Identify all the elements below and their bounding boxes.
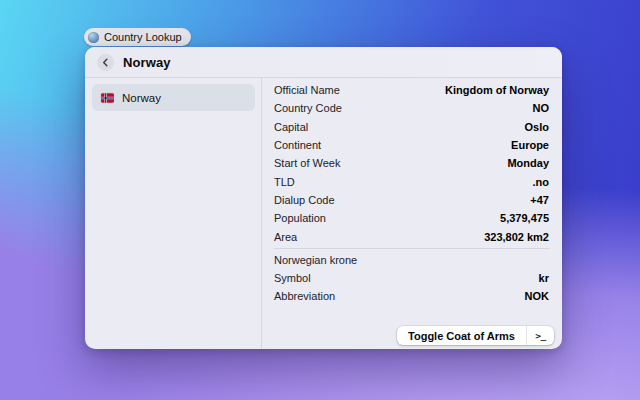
detail-row-official-name: Official Name Kingdom of Norway (274, 81, 549, 99)
row-value: 323,802 km2 (484, 231, 549, 243)
detail-row-start-of-week: Start of Week Monday (274, 154, 549, 172)
detail-row-symbol: Symbol kr (274, 269, 549, 287)
row-label: Continent (274, 139, 321, 151)
footer-button-group: Toggle Coat of Arms >_ (397, 326, 554, 345)
detail-row-country-code: Country Code NO (274, 99, 549, 117)
title-bar: Norway (85, 47, 562, 78)
row-label: Start of Week (274, 157, 340, 169)
row-label: Abbreviation (274, 290, 335, 302)
app-tag-label: Country Lookup (104, 31, 182, 43)
row-label: Symbol (274, 272, 311, 284)
row-value: Europe (511, 139, 549, 151)
row-value: 5,379,475 (500, 212, 549, 224)
row-value: kr (539, 272, 549, 284)
norway-flag-icon (101, 93, 114, 103)
detail-pane: Official Name Kingdom of Norway Country … (262, 78, 562, 349)
window-title: Norway (123, 55, 171, 70)
row-label: Country Code (274, 102, 342, 114)
row-label: Official Name (274, 84, 340, 96)
row-label: Capital (274, 121, 308, 133)
sidebar: Norway (85, 78, 262, 349)
terminal-button[interactable]: >_ (527, 326, 554, 345)
app-tag[interactable]: Country Lookup (84, 28, 191, 46)
row-label: Population (274, 212, 326, 224)
detail-row-capital: Capital Oslo (274, 118, 549, 136)
sidebar-item-label: Norway (122, 92, 161, 104)
globe-icon (88, 32, 99, 43)
row-value: Monday (507, 157, 549, 169)
currency-name-row: Norwegian krone (274, 251, 549, 269)
section-divider (274, 248, 549, 249)
row-value: NO (533, 102, 550, 114)
detail-row-abbreviation: Abbreviation NOK (274, 287, 549, 305)
toggle-coat-of-arms-button[interactable]: Toggle Coat of Arms (397, 326, 526, 345)
row-label: Dialup Code (274, 194, 335, 206)
row-value: Oslo (525, 121, 549, 133)
row-label: Area (274, 231, 297, 243)
detail-row-dialup-code: Dialup Code +47 (274, 191, 549, 209)
chevron-left-icon (101, 58, 110, 67)
currency-name: Norwegian krone (274, 254, 357, 266)
detail-row-area: Area 323,802 km2 (274, 227, 549, 245)
back-button[interactable] (97, 54, 114, 71)
row-label: TLD (274, 176, 295, 188)
country-lookup-window: Norway Norway Official Name Kingdom of N… (85, 47, 562, 349)
window-body: Norway Official Name Kingdom of Norway C… (85, 78, 562, 349)
row-value: .no (533, 176, 550, 188)
row-value: NOK (525, 290, 549, 302)
detail-row-population: Population 5,379,475 (274, 209, 549, 227)
detail-row-tld: TLD .no (274, 172, 549, 190)
sidebar-item-norway[interactable]: Norway (92, 84, 255, 111)
row-value: Kingdom of Norway (445, 84, 549, 96)
row-value: +47 (530, 194, 549, 206)
detail-row-continent: Continent Europe (274, 136, 549, 154)
